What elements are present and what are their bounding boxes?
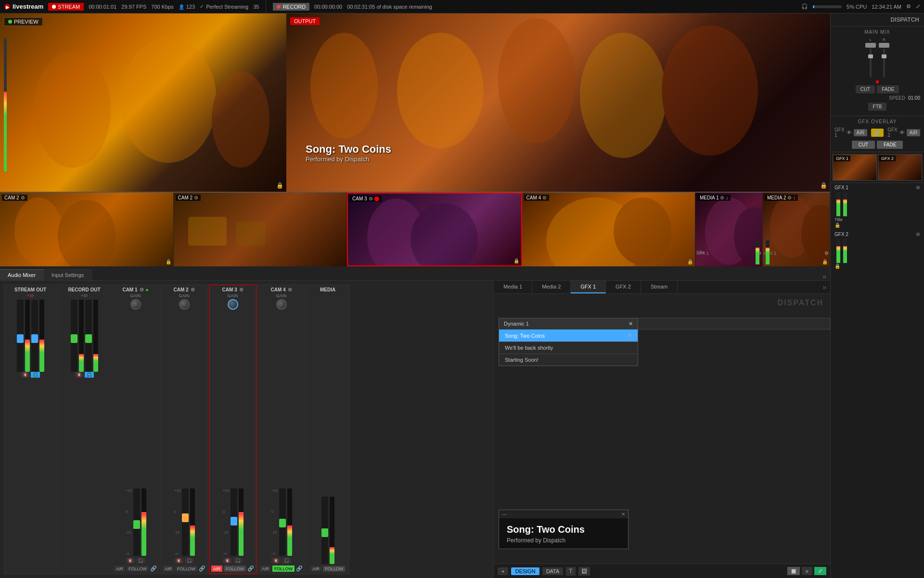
cam4-headphone-btn[interactable]: 🎧: [282, 558, 291, 564]
media2-gear[interactable]: ⚙: [787, 195, 792, 200]
cam2-headphone-btn[interactable]: 🎧: [185, 558, 194, 564]
rtab-media2[interactable]: Media 2: [532, 281, 571, 293]
cam-gear-2[interactable]: ⚙: [369, 196, 373, 201]
image-icon-btn[interactable]: 🖼: [578, 567, 590, 576]
cam3-ch-gear[interactable]: ⚙: [239, 287, 244, 292]
expand-icon[interactable]: ⤢: [916, 3, 920, 10]
preview-box-close[interactable]: ✕: [621, 512, 625, 517]
dropdown-item-0-close[interactable]: ✕: [628, 332, 632, 339]
cam3-air-btn[interactable]: AIR: [211, 565, 222, 572]
cam4-ch-gear[interactable]: ⚙: [288, 287, 292, 292]
gfx1-bottom-gear[interactable]: ⚙: [916, 185, 920, 190]
text-icon-btn[interactable]: T: [566, 567, 575, 576]
tab-audio-mixer[interactable]: Audio Mixer: [0, 269, 44, 280]
stream-mute-btn[interactable]: 🔇: [21, 372, 30, 378]
main-mix-fader-r[interactable]: [879, 43, 889, 48]
cam-cell-2[interactable]: CAM 3 ⚙ 🔒: [347, 193, 522, 266]
gfx2-eye-icon[interactable]: 👁: [899, 130, 905, 135]
link-gfx-btn[interactable]: 🔗: [871, 129, 884, 137]
cam4-fader[interactable]: [279, 488, 286, 556]
cam2-air-btn[interactable]: AIR: [163, 565, 174, 572]
cam2-mute-btn[interactable]: 🔇: [174, 558, 183, 564]
rtab-expand[interactable]: »: [819, 283, 830, 291]
cam2-fader[interactable]: [182, 488, 189, 556]
settings-icon[interactable]: ⚙: [906, 3, 911, 10]
media-air-btn[interactable]: AIR: [310, 566, 321, 572]
main-mix-fader-l[interactable]: [865, 43, 876, 48]
cam2-knob[interactable]: [179, 299, 190, 310]
dropdown-item-2[interactable]: Starting Soon!: [499, 354, 638, 366]
add-gfx-btn[interactable]: +: [498, 567, 508, 575]
design-btn[interactable]: DESIGN: [511, 567, 539, 575]
cam4-mute-btn[interactable]: 🔇: [271, 558, 281, 564]
record-fader-r[interactable]: [85, 300, 92, 372]
gfx-thumb-1[interactable]: GFX 1: [833, 154, 877, 181]
cam3-mute-btn[interactable]: 🔇: [223, 558, 232, 564]
cam1-mute-btn[interactable]: 🔇: [126, 558, 135, 564]
gfx-fade-btn[interactable]: FADE: [877, 141, 903, 149]
cam-gear-0[interactable]: ⚙: [21, 195, 25, 200]
cam4-follow-btn[interactable]: FOLLOW: [272, 565, 295, 572]
rtab-stream[interactable]: Stream: [641, 281, 678, 293]
gfx2-bottom-gear[interactable]: ⚙: [916, 232, 920, 237]
gfx-cut-btn[interactable]: CUT: [852, 141, 875, 149]
gfx2-air-badge[interactable]: AIR: [907, 129, 921, 136]
cam1-air-btn[interactable]: AIR: [114, 565, 125, 572]
ftb-btn[interactable]: FTB: [868, 103, 887, 111]
record-headphone-btn[interactable]: 🎧: [85, 372, 94, 378]
cam3-follow-btn[interactable]: FOLLOW: [224, 565, 246, 572]
stream-button[interactable]: STREAM: [48, 3, 84, 11]
stream-fader-l[interactable]: [17, 300, 24, 372]
rtab-gfx2[interactable]: GFX 2: [606, 281, 641, 293]
tab-expand-icon[interactable]: »: [819, 273, 830, 280]
cam4-knob[interactable]: [276, 299, 287, 310]
cam-gear-1[interactable]: ⚙: [194, 195, 198, 200]
list-view-btn[interactable]: ≡: [802, 567, 812, 575]
media1-gear[interactable]: ⚙: [720, 195, 724, 200]
preview-box-minimize[interactable]: —: [502, 512, 507, 517]
record-fader-l[interactable]: [71, 300, 77, 372]
media-fader[interactable]: [321, 497, 328, 564]
cam2-ch-gear[interactable]: ⚙: [191, 287, 195, 292]
cam-cell-0[interactable]: CAM 2 ⚙ 🔒: [0, 193, 174, 266]
gfx-thumb-2[interactable]: GFX 2: [878, 154, 922, 181]
cam4-link-btn[interactable]: 🔗: [296, 565, 303, 572]
cam1-link-btn[interactable]: 🔗: [150, 565, 157, 572]
media-follow-btn[interactable]: FOLLOW: [323, 566, 345, 572]
cam1-fader[interactable]: [133, 488, 140, 556]
record-mute-btn[interactable]: 🔇: [75, 372, 84, 378]
cam-cell-media2[interactable]: MEDIA 2 ⚙ ↕ 🔒 GFX 2 ⚙: [763, 193, 830, 266]
cam1-headphone-btn[interactable]: 🎧: [136, 558, 145, 564]
dropdown-close[interactable]: ✕: [629, 321, 633, 327]
cam1-follow-btn[interactable]: FOLLOW: [127, 565, 149, 572]
cam3-knob[interactable]: [228, 299, 238, 310]
cam-gear-3[interactable]: ⚙: [542, 195, 547, 200]
cam3-headphone-btn[interactable]: 🎧: [233, 558, 243, 564]
stream-headphone-btn[interactable]: 🎧: [31, 372, 40, 378]
dropdown-item-0[interactable]: Song: Two Coins ✕: [499, 329, 638, 342]
stream-fader-r[interactable]: [31, 300, 38, 372]
cam-cell-1[interactable]: CAM 2 ⚙: [174, 193, 347, 266]
cam1-knob[interactable]: [130, 299, 141, 310]
record-button[interactable]: RECORD: [273, 3, 309, 11]
main-fade-btn[interactable]: FADE: [877, 85, 899, 93]
gfx1-air-badge[interactable]: AIR: [854, 129, 868, 136]
cam3-link-btn[interactable]: 🔗: [247, 565, 254, 572]
gfx-preview-box: — ✕ Song: Two Coins Performed by Dispatc…: [499, 510, 629, 549]
rtab-media1[interactable]: Media 1: [494, 281, 532, 293]
grid-view-btn[interactable]: ▦: [787, 567, 800, 575]
gfx1-eye-icon[interactable]: 👁: [847, 130, 852, 135]
cam1-ch-gear[interactable]: ⚙: [140, 287, 144, 292]
cam-cell-3[interactable]: CAM 4 ⚙ 🔒: [522, 193, 696, 266]
cam2-follow-btn[interactable]: FOLLOW: [175, 565, 197, 572]
dropdown-item-1[interactable]: We'll be back shortly: [499, 342, 638, 354]
expand-panel-btn[interactable]: ⤢: [814, 567, 826, 575]
cam3-fader[interactable]: [231, 488, 237, 556]
rtab-gfx1[interactable]: GFX 1: [571, 281, 606, 293]
data-btn[interactable]: DATA: [542, 567, 564, 575]
main-cut-btn[interactable]: CUT: [856, 85, 875, 93]
cam-cell-media1[interactable]: MEDIA 1 ⚙ ↕ 🔒 GFX 1 ⚙ Title: [695, 193, 763, 266]
cam4-air-btn[interactable]: AIR: [260, 565, 271, 572]
tab-input-settings[interactable]: Input Settings: [44, 269, 92, 280]
cam2-link-btn[interactable]: 🔗: [199, 565, 205, 572]
